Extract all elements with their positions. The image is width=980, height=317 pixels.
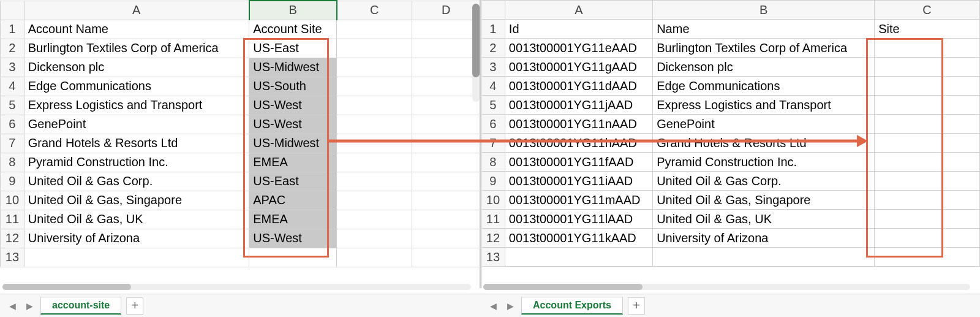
row-header[interactable]: 7 (1, 134, 24, 153)
row-header[interactable]: 6 (1, 115, 24, 134)
vertical-scrollbar[interactable] (472, 4, 480, 102)
cell[interactable] (412, 210, 480, 229)
cell[interactable] (875, 115, 980, 134)
cell[interactable]: 0013t00001YG11fAAD (505, 153, 652, 172)
cell[interactable]: Express Logistics and Transport (653, 96, 875, 115)
row-header[interactable]: 2 (1, 39, 24, 58)
cell[interactable]: Name (653, 20, 875, 39)
prev-sheet-button[interactable]: ◀ (6, 300, 18, 312)
cell[interactable]: United Oil & Gas, UK (24, 210, 249, 229)
cell[interactable]: Pyramid Construction Inc. (24, 153, 249, 172)
cell[interactable]: United Oil & Gas, UK (653, 210, 875, 229)
cell[interactable]: US-Midwest (249, 58, 337, 77)
col-header-C[interactable]: C (337, 1, 412, 20)
cell[interactable]: US-West (249, 229, 337, 248)
col-header-D[interactable]: D (412, 1, 480, 20)
scroll-thumb[interactable] (472, 4, 480, 77)
cell[interactable] (412, 77, 480, 96)
cell[interactable] (412, 134, 480, 153)
cell[interactable]: 0013t00001YG11nAAD (505, 115, 652, 134)
row-header[interactable]: 9 (1, 172, 24, 191)
cell[interactable] (337, 58, 412, 77)
cell[interactable]: EMEA (249, 153, 337, 172)
add-sheet-button[interactable]: + (126, 297, 143, 315)
cell[interactable] (337, 172, 412, 191)
cell[interactable]: Express Logistics and Transport (24, 96, 249, 115)
cell[interactable] (412, 248, 480, 267)
cell[interactable] (875, 39, 980, 58)
sheet-tab-active[interactable]: Account Exports (521, 297, 623, 315)
row-header[interactable]: 8 (481, 153, 505, 172)
next-sheet-button[interactable]: ▶ (23, 300, 36, 312)
cell[interactable]: US-East (249, 39, 337, 58)
cell[interactable]: US-South (249, 77, 337, 96)
cell[interactable]: Burlington Textiles Corp of America (24, 39, 249, 58)
cell[interactable] (24, 248, 249, 267)
row-header[interactable]: 13 (1, 248, 24, 267)
cell[interactable] (875, 210, 980, 229)
cell[interactable]: 0013t00001YG11gAAD (505, 58, 652, 77)
row-header[interactable]: 7 (481, 134, 505, 153)
scroll-thumb[interactable] (2, 284, 131, 290)
cell[interactable]: Site (875, 20, 980, 39)
cell[interactable]: Account Site (249, 20, 337, 39)
cell[interactable]: University of Arizona (24, 229, 249, 248)
cell[interactable] (875, 153, 980, 172)
row-header[interactable]: 11 (481, 210, 505, 229)
cell[interactable]: United Oil & Gas Corp. (24, 172, 249, 191)
cell[interactable]: US-Midwest (249, 134, 337, 153)
row-header[interactable]: 2 (481, 39, 505, 58)
cell[interactable]: 0013t00001YG11hAAD (505, 134, 652, 153)
cell[interactable]: Pyramid Construction Inc. (653, 153, 875, 172)
cell[interactable] (875, 96, 980, 115)
cell[interactable]: United Oil & Gas, Singapore (653, 191, 875, 210)
row-header[interactable]: 6 (481, 115, 505, 134)
cell[interactable] (337, 210, 412, 229)
spreadsheet-grid[interactable]: A B C D 1 Account Name Account Site 2 Bu… (0, 0, 481, 267)
select-all-corner[interactable] (1, 1, 24, 20)
spreadsheet-grid[interactable]: A B C 1 Id Name Site 2 0013t00001YG11eAA… (481, 0, 980, 267)
col-header-A[interactable]: A (505, 1, 652, 20)
cell[interactable] (412, 191, 480, 210)
cell[interactable]: EMEA (249, 210, 337, 229)
row-header[interactable]: 10 (1, 191, 24, 210)
cell[interactable] (412, 58, 480, 77)
cell[interactable]: US-West (249, 96, 337, 115)
row-header[interactable]: 4 (481, 77, 505, 96)
cell[interactable]: 0013t00001YG11lAAD (505, 210, 652, 229)
sheet-tab-active[interactable]: account-site (40, 297, 121, 315)
cell[interactable]: 0013t00001YG11dAAD (505, 77, 652, 96)
cell[interactable]: Burlington Textiles Corp of America (653, 39, 875, 58)
cell[interactable] (337, 248, 412, 267)
row-header[interactable]: 5 (1, 96, 24, 115)
prev-sheet-button[interactable]: ◀ (487, 300, 499, 312)
cell[interactable]: United Oil & Gas Corp. (653, 172, 875, 191)
cell[interactable] (412, 20, 480, 39)
cell[interactable] (337, 77, 412, 96)
col-header-C[interactable]: C (875, 1, 980, 20)
cell[interactable] (337, 153, 412, 172)
cell[interactable]: 0013t00001YG11kAAD (505, 229, 652, 248)
row-header[interactable]: 3 (481, 58, 505, 77)
cell[interactable]: Dickenson plc (24, 58, 249, 77)
scroll-thumb[interactable] (483, 284, 643, 290)
cell[interactable] (412, 172, 480, 191)
cell[interactable] (875, 172, 980, 191)
cell[interactable]: University of Arizona (653, 229, 875, 248)
row-header[interactable]: 8 (1, 153, 24, 172)
row-header[interactable]: 9 (481, 172, 505, 191)
cell[interactable]: US-West (249, 115, 337, 134)
cell[interactable]: APAC (249, 191, 337, 210)
row-header[interactable]: 12 (1, 229, 24, 248)
cell[interactable] (337, 96, 412, 115)
row-header[interactable]: 1 (481, 20, 505, 39)
cell[interactable]: Edge Communications (653, 77, 875, 96)
cell[interactable] (875, 58, 980, 77)
cell[interactable]: United Oil & Gas, Singapore (24, 191, 249, 210)
cell[interactable] (337, 39, 412, 58)
cell[interactable]: 0013t00001YG11mAAD (505, 191, 652, 210)
col-header-B[interactable]: B (249, 1, 337, 20)
row-header[interactable]: 11 (1, 210, 24, 229)
cell[interactable] (337, 134, 412, 153)
cell[interactable] (412, 153, 480, 172)
